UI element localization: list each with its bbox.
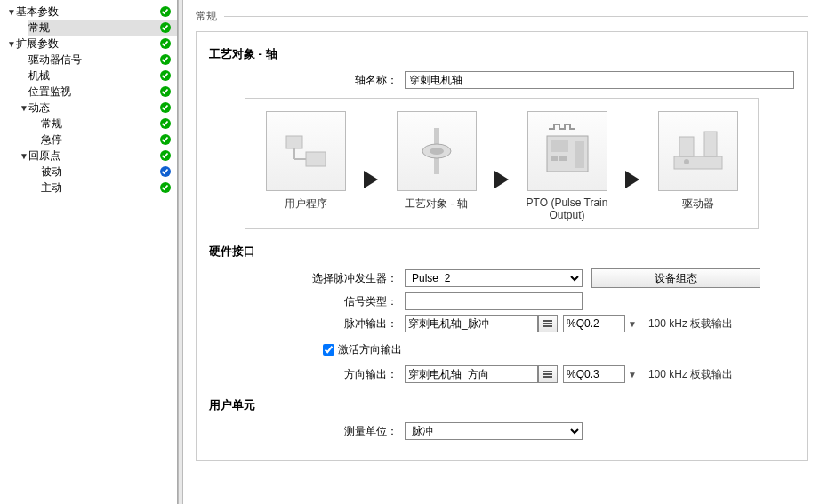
status-ok-icon: [159, 53, 172, 66]
tree-item-label: 回原点: [28, 148, 177, 164]
svg-rect-35: [543, 373, 552, 375]
status-ok-icon: [159, 85, 172, 98]
svg-rect-36: [543, 376, 552, 378]
status-ok-icon: [159, 101, 172, 114]
pulse-output-info: 100 kHz 板载输出: [648, 316, 733, 332]
pulse-output-label: 脉冲输出：: [209, 316, 405, 332]
svg-marker-26: [625, 171, 639, 188]
dropdown-icon[interactable]: ▼: [625, 319, 639, 329]
tree-item-11[interactable]: 主动: [0, 180, 177, 196]
pulse-output-input[interactable]: [405, 315, 538, 332]
signal-type-select[interactable]: PTO（脉冲 A 和方向 B）: [405, 292, 583, 310]
tree-item-2[interactable]: ▼扩展参数: [0, 36, 177, 52]
svg-rect-22: [551, 140, 568, 152]
svg-rect-31: [543, 320, 552, 322]
tree-item-1[interactable]: 常规: [0, 20, 177, 36]
svg-rect-32: [543, 323, 552, 324]
drive-icon: [658, 111, 738, 191]
tree-item-label: 机械: [28, 68, 177, 84]
svg-rect-29: [704, 132, 717, 156]
status-ok-icon: [159, 181, 172, 194]
tree-item-6[interactable]: ▼动态: [0, 100, 177, 116]
pulse-output-browse-button[interactable]: [538, 315, 558, 332]
tree-item-label: 被动: [41, 164, 177, 180]
dropdown-icon[interactable]: ▼: [625, 370, 639, 380]
measure-unit-label: 测量单位：: [209, 424, 405, 439]
diagram-caption-drive: 驱动器: [682, 196, 714, 221]
tree-item-5[interactable]: 位置监视: [0, 84, 177, 100]
status-ok-icon: [159, 21, 172, 34]
svg-rect-28: [679, 137, 694, 156]
svg-rect-12: [286, 136, 302, 148]
svg-marker-20: [494, 171, 509, 188]
tree-item-8[interactable]: 急停: [0, 132, 177, 148]
status-ok-icon: [159, 5, 172, 18]
user-program-icon: [266, 111, 346, 191]
diagram-caption-pto: PTO (Pulse Train Output): [516, 196, 618, 221]
tree-item-label: 位置监视: [28, 84, 177, 100]
nav-tree: ▼基本参数常规▼扩展参数驱动器信号机械位置监视▼动态常规急停▼回原点被动主动: [0, 0, 178, 504]
status-info-icon: [159, 165, 172, 178]
direction-output-browse-button[interactable]: [538, 365, 558, 383]
tree-arrow-icon: ▼: [7, 7, 16, 17]
section-hardware-title: 硬件接口: [209, 244, 794, 260]
svg-rect-23: [551, 156, 558, 161]
section-tech-object-title: 工艺对象 - 轴: [209, 46, 794, 62]
arrow-icon: [362, 169, 380, 190]
status-ok-icon: [159, 117, 172, 130]
tree-item-10[interactable]: 被动: [0, 164, 177, 180]
section-user-unit-title: 用户单元: [209, 397, 794, 413]
tree-item-4[interactable]: 机械: [0, 68, 177, 84]
status-ok-icon: [159, 133, 172, 146]
tree-item-label: 主动: [41, 180, 177, 196]
tree-item-3[interactable]: 驱动器信号: [0, 52, 177, 68]
signal-type-label: 信号类型：: [209, 294, 405, 309]
measure-unit-select[interactable]: 脉冲: [405, 422, 583, 440]
arrow-icon: [623, 169, 641, 190]
direction-output-address[interactable]: [563, 365, 625, 383]
direction-output-label: 方向输出：: [209, 367, 405, 382]
svg-point-30: [684, 159, 689, 164]
pto-icon: [527, 111, 607, 191]
tree-item-label: 常规: [41, 116, 177, 132]
diagram-caption-tech-object: 工艺对象 - 轴: [405, 196, 468, 221]
main-panel: 常规 工艺对象 - 轴 轴名称： 用户程序: [183, 0, 820, 504]
enable-direction-label: 激活方向输出: [338, 342, 402, 357]
enable-direction-checkbox[interactable]: [323, 344, 334, 356]
svg-rect-34: [543, 371, 552, 372]
axis-name-input[interactable]: [405, 71, 794, 89]
direction-output-info: 100 kHz 板载输出: [648, 367, 733, 382]
device-config-button[interactable]: 设备组态: [591, 268, 760, 288]
tree-item-label: 扩展参数: [16, 36, 177, 52]
direction-output-input[interactable]: [405, 365, 538, 383]
tree-item-0[interactable]: ▼基本参数: [0, 4, 177, 20]
diagram-caption-user-program: 用户程序: [285, 196, 327, 221]
svg-rect-33: [543, 325, 552, 327]
divider: [224, 16, 808, 17]
axis-name-label: 轴名称：: [209, 73, 405, 88]
tree-item-label: 动态: [28, 100, 177, 116]
status-ok-icon: [159, 149, 172, 162]
tree-item-label: 驱动器信号: [28, 52, 177, 68]
pulse-generator-select[interactable]: Pulse_2: [405, 269, 583, 287]
tree-item-label: 常规: [28, 20, 177, 36]
tech-object-icon: [397, 111, 477, 191]
flow-diagram: 用户程序 工艺对象 - 轴: [245, 98, 759, 229]
svg-rect-27: [674, 156, 722, 169]
svg-rect-24: [559, 156, 567, 161]
tree-arrow-icon: ▼: [20, 151, 28, 161]
tree-item-label: 急停: [41, 132, 177, 148]
svg-rect-13: [306, 152, 326, 166]
status-ok-icon: [159, 69, 172, 82]
tree-arrow-icon: ▼: [7, 39, 16, 49]
pulse-output-address[interactable]: [563, 315, 625, 332]
tab-title: 常规: [196, 9, 224, 24]
svg-point-19: [430, 148, 444, 155]
status-ok-icon: [159, 37, 172, 50]
tree-item-7[interactable]: 常规: [0, 116, 177, 132]
svg-marker-16: [364, 171, 378, 188]
tree-item-label: 基本参数: [16, 4, 177, 20]
arrow-icon: [493, 169, 510, 190]
tree-item-9[interactable]: ▼回原点: [0, 148, 177, 164]
pulse-generator-label: 选择脉冲发生器：: [209, 271, 405, 286]
